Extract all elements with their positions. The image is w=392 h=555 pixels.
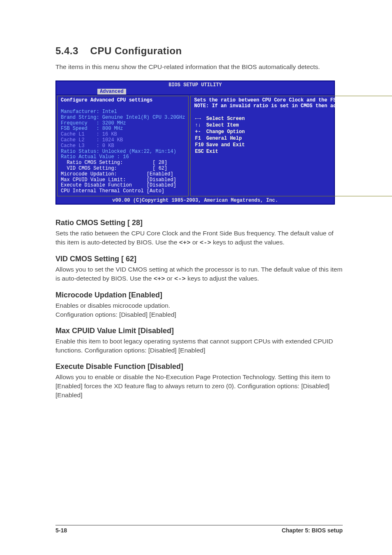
heading-vid-cmos: VID CMOS Setting [ 62] — [55, 255, 343, 263]
section-heading: 5.4.3 CPU Configuration — [55, 45, 343, 57]
bios-nav-keys: ←→Select Screen ↑↓Select Item +-Change O… — [194, 115, 247, 155]
bios-info-l1: Cache L1 : 16 KB — [61, 131, 117, 137]
para-microcode: Enables or disables microcode updation. … — [55, 301, 343, 319]
bios-nav-row: F10Save and Exit — [195, 142, 246, 148]
bios-setting-ratio-cmos[interactable]: Ratio CMOS Setting: [ 28] — [61, 160, 167, 166]
para-vid-cmos: Allows you to set the VID CMOS setting a… — [55, 265, 343, 283]
bios-copyright: v00.00 (C)Copyright 1985-2003, American … — [56, 197, 334, 204]
bios-help-text: Sets the ratio between CPU Core Clock an… — [194, 98, 392, 109]
section-number: 5.4.3 — [55, 45, 78, 56]
page-footer: 5-18 Chapter 5: BIOS setup — [55, 525, 343, 534]
chapter-label: Chapter 5: BIOS setup — [281, 527, 343, 534]
page-number: 5-18 — [55, 527, 67, 534]
bios-info-frequency: Frequency : 3200 MHz — [61, 120, 126, 126]
bios-info-l2: Cache L2 : 1024 KB — [61, 137, 123, 143]
heading-max-cpuid: Max CPUID Value Limit [Disabled] — [55, 327, 343, 335]
bios-info-ratio-actual: Ratio Actual Value : 16 — [61, 154, 129, 160]
bios-screenshot: BIOS SETUP UTILITY Advanced Configure Ad… — [55, 81, 335, 205]
bios-tab-advanced[interactable]: Advanced — [97, 89, 126, 94]
bios-left-heading: Configure Advanced CPU settings — [61, 97, 152, 103]
key-plus: <+> — [154, 275, 165, 283]
bios-info-brand: Brand String: Genuine Intel(R) CPU 3.20G… — [61, 115, 185, 120]
bios-setting-xd[interactable]: Execute Disable Function [Disabled] — [61, 182, 176, 188]
bios-setting-max-cpuid[interactable]: Max CPUID Value Limit: [Disabled] — [61, 177, 176, 183]
bios-nav-row: F1General Help — [195, 136, 246, 141]
bios-tabrow: Advanced — [56, 88, 334, 94]
para-ratio-cmos: Sets the ratio between the CPU Core Cloc… — [55, 229, 343, 247]
section-title: CPU Configuration — [90, 45, 182, 56]
bios-nav-row: ←→Select Screen — [195, 116, 246, 122]
para-max-cpuid: Enable this item to boot legacy operatin… — [55, 337, 343, 355]
key-plus: <+> — [179, 239, 191, 246]
section-intro: The items in this menu show the CPU-rela… — [55, 62, 343, 71]
bios-nav-row: +-Change Option — [195, 129, 246, 135]
bios-nav-row: ↑↓Select Item — [195, 122, 246, 128]
heading-ratio-cmos: Ratio CMOS Setting [ 28] — [55, 219, 343, 227]
key-minus: <-> — [200, 239, 211, 246]
bios-right-pane: Sets the ratio between CPU Core Clock an… — [190, 96, 392, 196]
bios-setting-thermal[interactable]: CPU Internal Thermal Control [Auto] — [61, 188, 164, 194]
bios-nav-row: ESCExit — [195, 149, 246, 154]
bios-setting-microcode[interactable]: Microcode Updation: [Enabled] — [61, 171, 173, 177]
heading-microcode: Microcode Updation [Enabled] — [55, 291, 343, 299]
bios-left-pane: Configure Advanced CPU settings Manufact… — [57, 96, 189, 196]
para-xd: Allows you to enable or disable the No-E… — [55, 373, 343, 400]
bios-setting-vid-cmos[interactable]: VID CMOS Setting: [ 62] — [61, 166, 167, 171]
bios-info-l3: Cache L3 : 0 KB — [61, 143, 114, 149]
key-minus: <-> — [174, 275, 186, 283]
bios-title: BIOS SETUP UTILITY — [56, 81, 334, 88]
bios-info-fsb: FSB Speed : 800 MHz — [61, 126, 123, 131]
bios-info-manufacturer: Manufacturer: Intel — [61, 109, 117, 115]
heading-xd: Execute Disable Function [Disabled] — [55, 362, 343, 371]
bios-info-ratio-status: Ratio Status: Unlocked (Max:22, Min:14) — [61, 149, 176, 154]
